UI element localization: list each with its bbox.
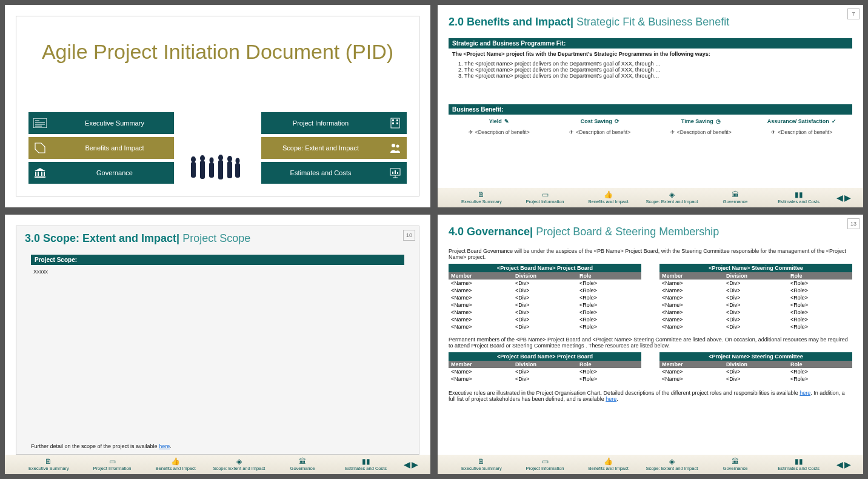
chart-icon: ▮▮ <box>362 458 370 465</box>
prev-icon: ◀ <box>836 460 843 469</box>
people-icon <box>184 153 251 184</box>
svg-point-18 <box>218 155 223 161</box>
footer-nav: 🗎Executive Summary ▭Project Information … <box>438 188 863 207</box>
document-icon: 🗎 <box>478 458 485 465</box>
svg-rect-9 <box>41 172 42 176</box>
thumbs-up-icon: 👍 <box>604 191 613 198</box>
nav-benefits[interactable]: 👍Benefits and Impact <box>576 458 640 471</box>
roles-here-link[interactable]: here <box>800 390 810 396</box>
left-menu: Executive Summary Benefits and Impact Go… <box>28 112 174 184</box>
nav-arrows[interactable]: ◀▶ <box>404 460 418 469</box>
svg-marker-6 <box>35 168 45 171</box>
steering-committee-table-2: <Project Name> Steering Committee Member… <box>659 352 852 383</box>
nav-benefits[interactable]: 👍Benefits and Impact <box>144 458 207 471</box>
people-icon <box>389 141 402 155</box>
svg-point-16 <box>210 158 214 163</box>
page-number: 10 <box>403 230 415 241</box>
nav-scope[interactable]: ◈Scope: Extent and Impact <box>640 458 704 471</box>
stakeholders-here-link[interactable]: here <box>606 396 616 402</box>
menu-benefits[interactable]: Benefits and Impact <box>28 137 174 159</box>
thumbs-up-icon: 👍 <box>171 458 180 465</box>
target-icon: ◈ <box>669 191 675 198</box>
menu-exec-summary[interactable]: Executive Summary <box>28 112 174 134</box>
next-icon: ▶ <box>412 460 418 469</box>
svg-rect-13 <box>191 162 196 178</box>
institution-icon: 🏛 <box>732 191 739 198</box>
strategic-bullets: The <project name> project delivers on t… <box>449 59 852 80</box>
nav-estimates[interactable]: ▮▮Estimates and Costs <box>767 458 830 471</box>
svg-rect-34 <box>392 172 393 174</box>
institution-icon <box>33 166 47 179</box>
business-benefit-bar: Business Benefit: <box>449 104 852 115</box>
nav-scope[interactable]: ◈Scope: Extent and Impact <box>207 458 271 471</box>
nav-scope[interactable]: ◈Scope: Extent and Impact <box>640 191 704 204</box>
svg-rect-0 <box>33 118 47 128</box>
menu-governance[interactable]: Governance <box>28 162 174 184</box>
nav-arrows[interactable]: ◀▶ <box>836 193 851 203</box>
next-icon: ▶ <box>844 193 851 203</box>
svg-point-22 <box>236 158 240 164</box>
nav-estimates[interactable]: ▮▮Estimates and Costs <box>334 458 398 471</box>
document-icon <box>33 116 47 130</box>
slide-4: 13 4.0 Governance| Project Board & Steer… <box>438 215 863 474</box>
nav-arrows[interactable]: ◀▶ <box>836 460 851 469</box>
nav-exec-summary[interactable]: 🗎Executive Summary <box>450 191 513 204</box>
scope-footer-note: Further detail on the scope of the proje… <box>31 443 172 449</box>
svg-rect-17 <box>209 162 214 178</box>
nav-benefits[interactable]: 👍Benefits and Impact <box>576 191 640 204</box>
svg-point-14 <box>200 155 205 161</box>
svg-point-30 <box>396 145 399 148</box>
project-board-table: <Project Board Name> Project Board Membe… <box>449 264 641 330</box>
svg-rect-19 <box>218 160 223 179</box>
gov-mid-text: Permanent members of the <PB Name> Proje… <box>449 337 852 349</box>
target-icon: ◈ <box>669 458 675 465</box>
nav-governance[interactable]: 🏛Governance <box>704 191 767 204</box>
gov-intro: Project Board Governance will be under t… <box>449 248 852 260</box>
nav-governance[interactable]: 🏛Governance <box>271 458 335 471</box>
document-icon: 🗎 <box>45 458 52 465</box>
menu-scope[interactable]: Scope: Extent and Impact <box>261 137 407 159</box>
next-icon: ▶ <box>844 460 851 469</box>
nav-governance[interactable]: 🏛Governance <box>704 458 767 471</box>
book-icon: ▭ <box>109 458 116 465</box>
project-board-table-2: <Project Board Name> Project Board Membe… <box>449 352 641 383</box>
book-icon: ▭ <box>542 191 549 198</box>
svg-rect-25 <box>392 119 394 121</box>
strategic-fit-bar: Strategic and Business Programme Fit: <box>449 38 852 49</box>
slide-2: 7 2.0 Benefits and Impact| Strategic Fit… <box>438 5 863 207</box>
gov-footer-note: Executive roles are illustrated in the P… <box>449 390 852 402</box>
nav-project-info[interactable]: ▭Project Information <box>81 458 144 471</box>
menu-project-info[interactable]: Project Information <box>261 112 407 134</box>
svg-rect-36 <box>397 172 398 174</box>
nav-project-info[interactable]: ▭Project Information <box>513 458 577 471</box>
svg-rect-26 <box>396 119 398 121</box>
target-icon: ◈ <box>236 458 242 465</box>
nav-estimates[interactable]: ▮▮Estimates and Costs <box>767 191 830 204</box>
institution-icon: 🏛 <box>732 458 739 465</box>
institution-icon: 🏛 <box>299 458 306 465</box>
slide3-heading: 3.0 Scope: Extent and Impact| Project Sc… <box>25 232 410 245</box>
nav-exec-summary[interactable]: 🗎Executive Summary <box>17 458 81 471</box>
benefit-headers: Yield✎ Cost Saving⟳ Time Saving◷ Assuran… <box>449 118 852 126</box>
refresh-icon: ⟳ <box>615 118 619 124</box>
nav-project-info[interactable]: ▭Project Information <box>513 191 577 204</box>
menu-estimates[interactable]: Estimates and Costs <box>261 162 407 184</box>
svg-rect-21 <box>227 161 232 178</box>
svg-rect-8 <box>38 172 39 176</box>
slide2-heading: 2.0 Benefits and Impact| Strategic Fit &… <box>449 16 852 28</box>
project-scope-bar: Project Scope: <box>31 255 404 265</box>
slide-1: Agile Project Initiation Document (PID) … <box>5 5 430 207</box>
page-number: 13 <box>847 218 860 229</box>
footer-nav: 🗎Executive Summary ▭Project Information … <box>438 455 863 474</box>
thumbs-up-icon: 👍 <box>604 458 613 465</box>
nav-exec-summary[interactable]: 🗎Executive Summary <box>450 458 513 471</box>
steering-committee-table: <Project Name> Steering Committee Member… <box>659 264 852 330</box>
svg-rect-11 <box>35 176 45 178</box>
gov-tables-1: <Project Board Name> Project Board Membe… <box>449 264 852 330</box>
svg-point-29 <box>392 144 395 147</box>
scope-here-link[interactable]: here <box>159 443 170 449</box>
right-menu: Project Information Scope: Extent and Im… <box>261 112 407 184</box>
clock-icon: ◷ <box>716 118 721 124</box>
gov-tables-2: <Project Board Name> Project Board Membe… <box>449 352 852 383</box>
svg-rect-7 <box>35 172 36 176</box>
